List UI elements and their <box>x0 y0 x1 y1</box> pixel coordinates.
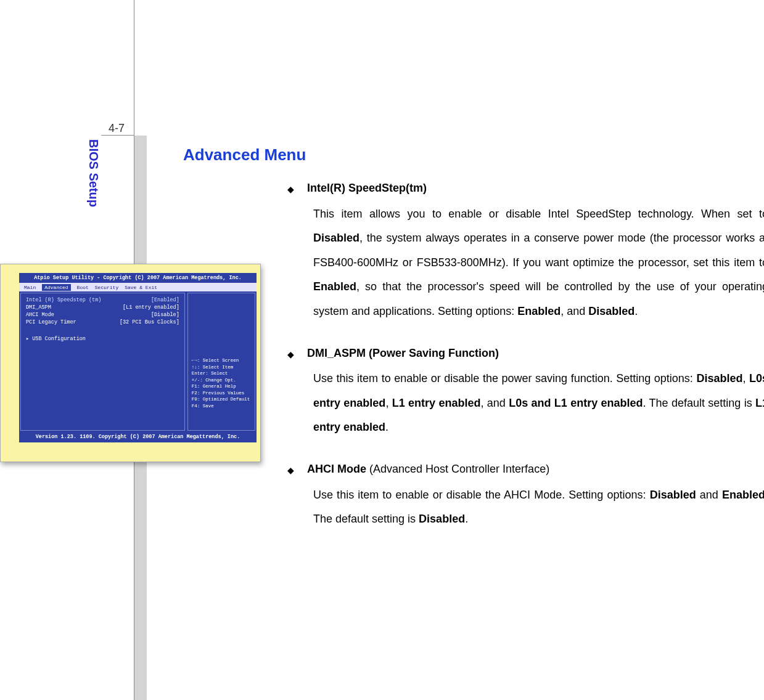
bullet-icon: ◆ <box>287 176 296 201</box>
page-number-underline <box>101 135 134 136</box>
bios-window: Atpio Setup Utility - Copyright (C) 2007… <box>19 273 257 442</box>
bullet-body: Use this item to enable or disable the A… <box>313 483 764 532</box>
bullet-item: ◆Intel(R) SpeedStep(tm) <box>287 176 764 201</box>
bullet-title: DMI_ASPM (Power Saving Function) <box>307 341 499 366</box>
bios-setting-row: Intel (R) Speedstep (tm)[Enabled] <box>26 297 179 304</box>
bios-tab: Boot <box>77 285 89 290</box>
bios-help-line: ↑↓: Select Item <box>192 364 251 371</box>
page-heading: Advanced Menu <box>183 145 306 165</box>
bios-settings-panel: Intel (R) Speedstep (tm)[Enabled]DMI_ASP… <box>20 293 185 431</box>
bios-tab: Save & Exit <box>125 285 157 290</box>
bios-submenu: ▸ USB Configuration <box>26 335 179 342</box>
bullet-icon: ◆ <box>287 457 296 482</box>
bios-tab: Main <box>24 285 36 290</box>
bios-help-line: F9: Optimized Default <box>192 396 251 403</box>
bullet-title: AHCI Mode (Advanced Host Controller Inte… <box>307 457 549 482</box>
bullet-item: ◆DMI_ASPM (Power Saving Function) <box>287 341 764 366</box>
bullet-icon: ◆ <box>287 341 296 366</box>
bios-setting-row: AHCI Mode[Disable] <box>26 312 179 319</box>
bios-tab: Advanced <box>42 284 70 291</box>
bullet-title: Intel(R) SpeedStep(tm) <box>307 176 427 201</box>
bios-help-line: F1: General Help <box>192 383 251 390</box>
bios-tabs: MainAdvancedBootSecuritySave & Exit <box>19 283 257 291</box>
bullet-body: Use this item to enable or disable the p… <box>313 367 764 440</box>
bios-screenshot: Atpio Setup Utility - Copyright (C) 2007… <box>0 264 261 462</box>
bios-setting-row: DMI_ASPM[L1 entry enabled] <box>26 304 179 312</box>
bios-title: Atpio Setup Utility - Copyright (C) 2007… <box>19 273 257 283</box>
section-side-label: BIOS Setup <box>86 139 101 207</box>
bios-help-panel: ←→: Select Screen↑↓: Select ItemEnter: S… <box>187 293 255 431</box>
bios-help-line: F2: Previous Values <box>192 390 251 397</box>
bullet-item: ◆AHCI Mode (Advanced Host Controller Int… <box>287 457 764 482</box>
bios-help-line: ←→: Select Screen <box>192 357 251 364</box>
page-number: 4-7 <box>109 122 125 135</box>
bios-setting-row: PCI Legacy Timer[32 PCI Bus Clocks] <box>26 319 179 327</box>
bios-help-line: Enter: Select <box>192 370 251 377</box>
bullet-body: This item allows you to enable or disabl… <box>313 202 764 324</box>
content-area: ◆Intel(R) SpeedStep(tm)This item allows … <box>287 176 764 549</box>
bios-help-line: F4: Save <box>192 403 251 410</box>
bios-tab: Security <box>95 285 118 290</box>
bios-footer: Version 1.23. 1109. Copyright (C) 2007 A… <box>19 432 257 442</box>
bios-help-line: +/-: Change Opt. <box>192 377 251 384</box>
